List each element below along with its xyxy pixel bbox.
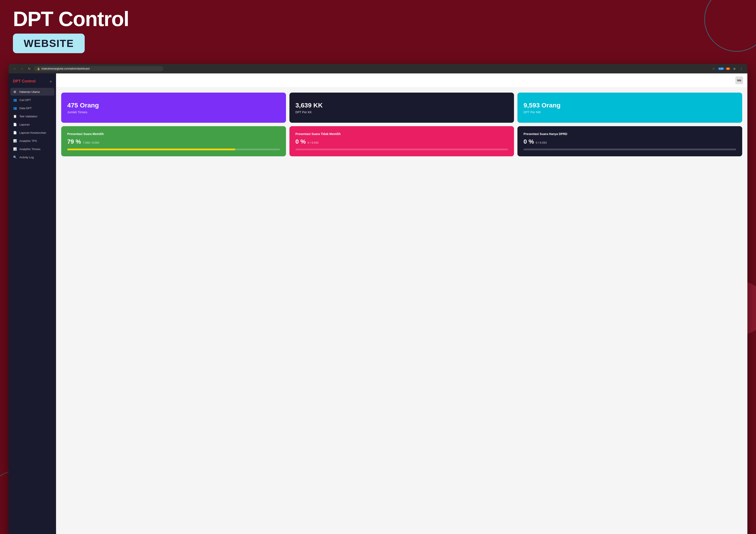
stat-pct-dprd: 0 % [524,138,534,145]
user-avatar[interactable]: NN [735,76,743,84]
sidebar-item-label: Halaman Utama [19,90,40,93]
tab-badge-1: 1:27 [718,67,724,70]
sidebar: DPT Control « ⊞ Halaman Utama 👥 Cari DPT… [9,73,56,534]
bookmark-icon[interactable]: ☆ [711,67,716,70]
stat-pct-memilih: 79 % [67,138,81,145]
sidebar-logo-text: DPT Control [13,79,36,84]
sidebar-item-label: Activity Log [19,156,34,159]
sidebar-collapse-button[interactable]: « [50,79,52,83]
full-report-icon: 📄 [13,131,17,134]
stat-label-kk: DPT Per KK [295,111,508,114]
home-icon: ⊞ [13,90,17,93]
sidebar-item-label: Data DPT [19,107,32,110]
stat-detail-memilih: 7,566 / 9,593 [83,141,99,144]
stat-value-nik: 9,593 Orang [524,102,736,109]
sidebar-item-analythic-timses[interactable]: 📊 Analythic Timses [10,145,54,153]
browser-forward-button[interactable]: → [19,67,25,70]
stat-card-title-dprd: Presentasi Suara Hanya DPRD [524,132,736,136]
stat-detail-dprd: 0 / 9,593 [536,141,547,144]
stat-label-timses: Jumlah Timses [67,111,280,114]
sidebar-logo: DPT Control « [9,77,56,88]
sidebar-item-laporan-keseluruhan[interactable]: 📄 Laporan Keseluruhan [10,129,54,137]
progress-bar-memilih-container [67,149,280,150]
stat-value-timses: 475 Orang [67,102,280,109]
stat-card-title-memilih: Presentasi Suara Memilih [67,132,280,136]
website-badge: WEBSITE [13,34,85,53]
browser-url-text: chairulmenangtotal.com/admin/dashboard [41,67,90,70]
chart-timses-icon: 📊 [13,147,17,151]
sidebar-item-label: Laporan Keseluruhan [19,131,46,134]
sidebar-item-label: Analythic TPS [19,139,37,142]
extension-icon[interactable]: ⊕ [732,67,737,70]
sidebar-item-laporan[interactable]: 📄 Laporan [10,120,54,128]
search-people-icon: 👥 [13,98,17,102]
sidebar-item-cari-dpt[interactable]: 👥 Cari DPT [10,96,54,104]
stat-pct-row-memilih: 79 % 7,566 / 9,593 [67,138,280,145]
chart-tps-icon: 📊 [13,139,17,142]
url-domain: chairulmenangtotal.com [41,67,69,70]
app-container: DPT Control « ⊞ Halaman Utama 👥 Cari DPT… [9,73,747,534]
sidebar-nav: ⊞ Halaman Utama 👥 Cari DPT 👥 Data DPT 📋 … [9,88,56,161]
sidebar-item-tele-validation[interactable]: 📋 Tele Validation [10,113,54,120]
stat-card-nik: 9,593 Orang DPT Per NIK [517,92,742,123]
sidebar-item-label: Analythic Timses [19,147,40,151]
browser-window: ← → ↻ 🔒 chairulmenangtotal.com/admin/das… [9,64,747,534]
sidebar-item-halaman-utama[interactable]: ⊞ Halaman Utama [10,88,54,96]
data-icon: 👥 [13,106,17,110]
logo-accent: DPT [13,79,21,83]
browser-url-bar[interactable]: 🔒 chairulmenangtotal.com/admin/dashboard [34,66,163,71]
stat-card-memilih: Presentasi Suara Memilih 79 % 7,566 / 9,… [61,126,286,156]
report-icon: 📄 [13,123,17,126]
stat-detail-tidak-memilih: 0 / 9,593 [308,141,318,144]
stat-pct-row-dprd: 0 % 0 / 9,593 [524,138,736,145]
logo-text: Control [22,79,36,83]
sidebar-item-activity-log[interactable]: 🔍 Activity Log [10,153,54,161]
sidebar-item-analythic-tps[interactable]: 📊 Analythic TPS [10,137,54,145]
stat-value-kk: 3,639 KK [295,102,508,109]
progress-bar-dprd-container [524,149,736,150]
stat-card-kk: 3,639 KK DPT Per KK [289,92,514,123]
dashboard-content: 475 Orang Jumlah Timses 3,639 KK DPT Per… [56,88,747,534]
stat-card-dprd: Presentasi Suara Hanya DPRD 0 % 0 / 9,59… [517,126,742,156]
stat-pct-row-tidak-memilih: 0 % 0 / 9,593 [295,138,508,145]
stat-card-tidak-memilih: Presentasi Suara Tidak Memilih 0 % 0 / 9… [289,126,514,156]
browser-actions: ☆ 1:27 31 ⊕ ⋮ [711,67,744,70]
browser-back-button[interactable]: ← [12,67,17,70]
stat-card-timses: 475 Orang Jumlah Timses [61,92,286,123]
activity-icon: 🔍 [13,156,17,159]
stats-grid: 475 Orang Jumlah Timses 3,639 KK DPT Per… [61,92,742,156]
stat-label-nik: DPT Per NIK [524,111,736,114]
progress-bar-memilih-fill [67,149,235,150]
main-header: NN [56,73,747,88]
sidebar-item-label: Cari DPT [19,98,31,102]
website-badge-text: WEBSITE [24,38,74,49]
url-path: /admin/dashboard [69,67,90,70]
sidebar-item-label: Tele Validation [19,115,38,118]
validation-icon: 📋 [13,114,17,118]
page-header: DPT Control WEBSITE [0,0,756,58]
stat-pct-tidak-memilih: 0 % [295,138,306,145]
lock-icon: 🔒 [37,67,40,70]
browser-bar: ← → ↻ 🔒 chairulmenangtotal.com/admin/das… [9,64,747,73]
sidebar-item-label: Laporan [19,123,30,126]
main-content: NN 475 Orang Jumlah Timses 3,639 KK DPT … [56,73,747,534]
stat-card-title-tidak-memilih: Presentasi Suara Tidak Memilih [295,132,508,136]
progress-bar-tidak-memilih-container [295,149,508,150]
more-icon[interactable]: ⋮ [739,67,744,70]
tab-badge-2: 31 [726,67,730,70]
browser-refresh-button[interactable]: ↻ [27,67,32,70]
page-title: DPT Control [13,9,743,29]
sidebar-item-data-dpt[interactable]: 👥 Data DPT [10,104,54,112]
